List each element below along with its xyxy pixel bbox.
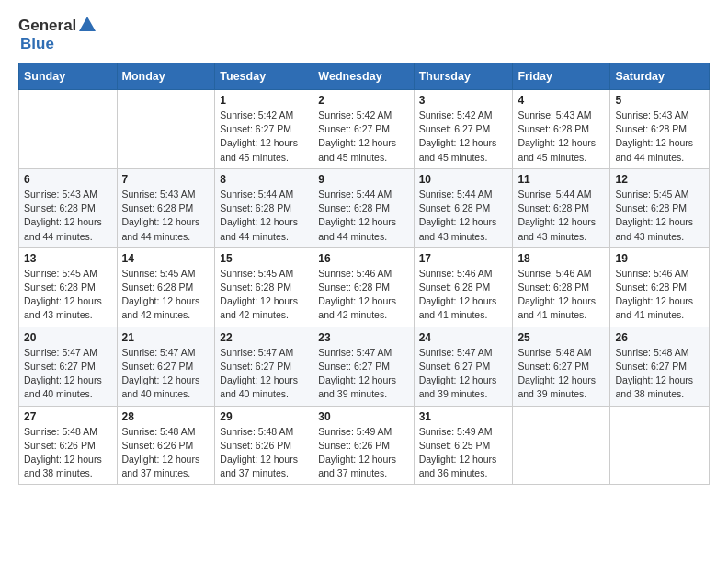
day-info: Sunrise: 5:46 AM Sunset: 6:28 PM Dayligh… — [615, 267, 704, 323]
calendar-cell: 11Sunrise: 5:44 AM Sunset: 6:28 PM Dayli… — [513, 168, 610, 247]
calendar-cell: 31Sunrise: 5:49 AM Sunset: 6:25 PM Dayli… — [414, 406, 513, 485]
day-number: 28 — [122, 410, 210, 423]
logo-general-text: General — [18, 17, 76, 35]
calendar-cell: 13Sunrise: 5:45 AM Sunset: 6:28 PM Dayli… — [19, 247, 118, 327]
calendar-cell: 4Sunrise: 5:43 AM Sunset: 6:28 PM Daylig… — [513, 90, 610, 169]
calendar-cell: 25Sunrise: 5:48 AM Sunset: 6:27 PM Dayli… — [513, 327, 610, 406]
week-row-3: 13Sunrise: 5:45 AM Sunset: 6:28 PM Dayli… — [19, 247, 710, 327]
page: General Blue SundayMondayTuesdayWednesda… — [0, 0, 728, 563]
day-info: Sunrise: 5:44 AM Sunset: 6:28 PM Dayligh… — [318, 188, 408, 244]
svg-marker-0 — [79, 17, 96, 31]
day-number: 22 — [220, 331, 308, 344]
day-info: Sunrise: 5:47 AM Sunset: 6:27 PM Dayligh… — [419, 346, 508, 402]
day-info: Sunrise: 5:46 AM Sunset: 6:28 PM Dayligh… — [518, 267, 605, 323]
col-header-thursday: Thursday — [414, 63, 513, 90]
day-info: Sunrise: 5:46 AM Sunset: 6:28 PM Dayligh… — [419, 267, 508, 323]
day-number: 1 — [220, 94, 308, 107]
day-info: Sunrise: 5:44 AM Sunset: 6:28 PM Dayligh… — [518, 188, 605, 244]
calendar-cell: 14Sunrise: 5:45 AM Sunset: 6:28 PM Dayli… — [117, 247, 215, 327]
day-number: 6 — [24, 173, 112, 186]
calendar-cell: 19Sunrise: 5:46 AM Sunset: 6:28 PM Dayli… — [610, 247, 710, 327]
day-number: 13 — [24, 252, 112, 265]
calendar-cell: 24Sunrise: 5:47 AM Sunset: 6:27 PM Dayli… — [414, 327, 513, 406]
col-header-tuesday: Tuesday — [215, 63, 313, 90]
calendar-cell — [610, 406, 710, 485]
day-info: Sunrise: 5:43 AM Sunset: 6:28 PM Dayligh… — [518, 109, 605, 165]
calendar-cell: 28Sunrise: 5:48 AM Sunset: 6:26 PM Dayli… — [117, 406, 215, 485]
calendar-cell: 7Sunrise: 5:43 AM Sunset: 6:28 PM Daylig… — [117, 168, 215, 247]
calendar-cell: 6Sunrise: 5:43 AM Sunset: 6:28 PM Daylig… — [19, 168, 118, 247]
day-number: 20 — [24, 331, 112, 344]
week-row-4: 20Sunrise: 5:47 AM Sunset: 6:27 PM Dayli… — [19, 327, 710, 406]
day-info: Sunrise: 5:48 AM Sunset: 6:26 PM Dayligh… — [24, 425, 112, 481]
day-number: 18 — [518, 252, 605, 265]
header: General Blue — [18, 17, 710, 53]
logo-icon — [77, 15, 97, 35]
day-number: 14 — [122, 252, 210, 265]
col-header-wednesday: Wednesday — [313, 63, 414, 90]
day-info: Sunrise: 5:43 AM Sunset: 6:28 PM Dayligh… — [615, 109, 704, 165]
calendar-cell: 5Sunrise: 5:43 AM Sunset: 6:28 PM Daylig… — [610, 90, 710, 169]
calendar-cell: 15Sunrise: 5:45 AM Sunset: 6:28 PM Dayli… — [215, 247, 313, 327]
day-number: 9 — [318, 173, 408, 186]
calendar-cell: 20Sunrise: 5:47 AM Sunset: 6:27 PM Dayli… — [19, 327, 118, 406]
day-info: Sunrise: 5:43 AM Sunset: 6:28 PM Dayligh… — [122, 188, 210, 244]
day-info: Sunrise: 5:45 AM Sunset: 6:28 PM Dayligh… — [615, 188, 704, 244]
day-info: Sunrise: 5:42 AM Sunset: 6:27 PM Dayligh… — [419, 109, 508, 165]
day-info: Sunrise: 5:48 AM Sunset: 6:26 PM Dayligh… — [220, 425, 308, 481]
day-number: 11 — [518, 173, 605, 186]
calendar-cell: 27Sunrise: 5:48 AM Sunset: 6:26 PM Dayli… — [19, 406, 118, 485]
calendar-cell: 23Sunrise: 5:47 AM Sunset: 6:27 PM Dayli… — [313, 327, 414, 406]
day-info: Sunrise: 5:45 AM Sunset: 6:28 PM Dayligh… — [24, 267, 112, 323]
calendar-cell: 10Sunrise: 5:44 AM Sunset: 6:28 PM Dayli… — [414, 168, 513, 247]
day-info: Sunrise: 5:42 AM Sunset: 6:27 PM Dayligh… — [220, 109, 308, 165]
logo: General Blue — [18, 17, 97, 53]
day-info: Sunrise: 5:42 AM Sunset: 6:27 PM Dayligh… — [318, 109, 408, 165]
calendar-cell: 8Sunrise: 5:44 AM Sunset: 6:28 PM Daylig… — [215, 168, 313, 247]
day-number: 29 — [220, 410, 308, 423]
day-number: 23 — [318, 331, 408, 344]
day-info: Sunrise: 5:45 AM Sunset: 6:28 PM Dayligh… — [122, 267, 210, 323]
day-info: Sunrise: 5:45 AM Sunset: 6:28 PM Dayligh… — [220, 267, 308, 323]
col-header-sunday: Sunday — [19, 63, 118, 90]
col-header-monday: Monday — [117, 63, 215, 90]
calendar-cell: 1Sunrise: 5:42 AM Sunset: 6:27 PM Daylig… — [215, 90, 313, 169]
day-number: 24 — [419, 331, 508, 344]
day-number: 15 — [220, 252, 308, 265]
day-number: 17 — [419, 252, 508, 265]
calendar-cell: 16Sunrise: 5:46 AM Sunset: 6:28 PM Dayli… — [313, 247, 414, 327]
calendar-cell: 2Sunrise: 5:42 AM Sunset: 6:27 PM Daylig… — [313, 90, 414, 169]
day-number: 5 — [615, 94, 704, 107]
day-info: Sunrise: 5:49 AM Sunset: 6:26 PM Dayligh… — [318, 425, 408, 481]
week-row-1: 1Sunrise: 5:42 AM Sunset: 6:27 PM Daylig… — [19, 90, 710, 169]
day-number: 27 — [24, 410, 112, 423]
day-number: 4 — [518, 94, 605, 107]
calendar-cell: 22Sunrise: 5:47 AM Sunset: 6:27 PM Dayli… — [215, 327, 313, 406]
day-info: Sunrise: 5:47 AM Sunset: 6:27 PM Dayligh… — [24, 346, 112, 402]
day-info: Sunrise: 5:48 AM Sunset: 6:26 PM Dayligh… — [122, 425, 210, 481]
calendar-cell: 26Sunrise: 5:48 AM Sunset: 6:27 PM Dayli… — [610, 327, 710, 406]
day-number: 26 — [615, 331, 704, 344]
day-info: Sunrise: 5:46 AM Sunset: 6:28 PM Dayligh… — [318, 267, 408, 323]
calendar-cell: 29Sunrise: 5:48 AM Sunset: 6:26 PM Dayli… — [215, 406, 313, 485]
week-row-2: 6Sunrise: 5:43 AM Sunset: 6:28 PM Daylig… — [19, 168, 710, 247]
day-info: Sunrise: 5:47 AM Sunset: 6:27 PM Dayligh… — [220, 346, 308, 402]
calendar-cell: 9Sunrise: 5:44 AM Sunset: 6:28 PM Daylig… — [313, 168, 414, 247]
calendar-cell: 3Sunrise: 5:42 AM Sunset: 6:27 PM Daylig… — [414, 90, 513, 169]
day-number: 25 — [518, 331, 605, 344]
day-info: Sunrise: 5:44 AM Sunset: 6:28 PM Dayligh… — [419, 188, 508, 244]
day-number: 12 — [615, 173, 704, 186]
calendar-cell: 18Sunrise: 5:46 AM Sunset: 6:28 PM Dayli… — [513, 247, 610, 327]
logo-blue-text: Blue — [20, 35, 54, 52]
day-number: 2 — [318, 94, 408, 107]
day-info: Sunrise: 5:48 AM Sunset: 6:27 PM Dayligh… — [518, 346, 605, 402]
day-number: 3 — [419, 94, 508, 107]
calendar-header-row: SundayMondayTuesdayWednesdayThursdayFrid… — [19, 63, 710, 90]
day-info: Sunrise: 5:47 AM Sunset: 6:27 PM Dayligh… — [122, 346, 210, 402]
calendar-cell: 30Sunrise: 5:49 AM Sunset: 6:26 PM Dayli… — [313, 406, 414, 485]
day-number: 30 — [318, 410, 408, 423]
calendar-cell — [19, 90, 118, 169]
calendar-cell — [117, 90, 215, 169]
calendar-cell: 17Sunrise: 5:46 AM Sunset: 6:28 PM Dayli… — [414, 247, 513, 327]
day-number: 19 — [615, 252, 704, 265]
